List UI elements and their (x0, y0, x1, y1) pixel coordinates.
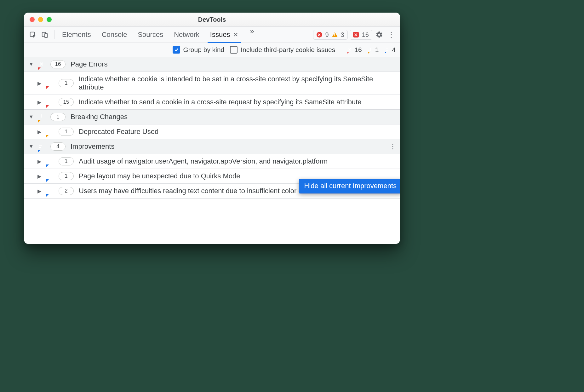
error-bubble-icon: ✕ (37, 60, 45, 68)
third-party-cookies-label: Include third-party cookie issues (241, 46, 335, 54)
group-more-options-icon[interactable]: ⋮ (389, 142, 396, 151)
context-menu-item-label: Hide all current Improvements (304, 182, 397, 190)
error-bubble-icon: ✕ (45, 98, 54, 106)
chevron-right-icon: ▶ (37, 188, 42, 194)
info-bubble-icon (45, 187, 54, 195)
info-bubble-icon (37, 142, 45, 151)
tab-strip: Elements Console Sources Network Issues … (61, 27, 254, 43)
svg-rect-2 (45, 33, 47, 37)
chevron-right-icon: ▶ (37, 80, 42, 86)
tab-sources[interactable]: Sources (136, 27, 164, 43)
issues-error-icon: ✕ (353, 32, 359, 37)
issue-count-badge: 1 (59, 172, 74, 180)
chevron-down-icon: ▼ (28, 144, 34, 149)
issues-list: ▼ ✕ 16 Page Errors ▶ ✕ 1 Indicate whethe… (24, 57, 400, 199)
tab-issues[interactable]: Issues ✕ (209, 27, 240, 43)
group-title: Improvements (71, 142, 114, 151)
tab-elements[interactable]: Elements (61, 27, 92, 43)
issue-row[interactable]: ▶ 1 Audit usage of navigator.userAgent, … (24, 154, 400, 169)
third-party-cookies-checkbox[interactable]: Include third-party cookie issues (230, 46, 335, 54)
titlebar: DevTools (24, 13, 400, 27)
group-header-breaking-changes[interactable]: ▼ ! 1 Breaking Changes (24, 110, 400, 124)
group-by-kind-checkbox[interactable]: Group by kind (173, 46, 225, 54)
issue-count-badge: 1 (59, 79, 74, 87)
warning-count: 3 (341, 31, 344, 38)
more-options-icon[interactable]: ⋮ (386, 30, 396, 40)
group-title: Page Errors (71, 60, 107, 68)
issues-options-bar: Group by kind Include third-party cookie… (24, 43, 400, 57)
zoom-window-button[interactable] (47, 17, 52, 22)
summary-info[interactable]: 4 (384, 46, 396, 54)
group-count-badge: 16 (50, 60, 66, 68)
checkbox-checked-icon (173, 46, 180, 54)
separator (54, 30, 54, 39)
inspect-element-icon[interactable] (28, 30, 38, 40)
tab-console[interactable]: Console (100, 27, 129, 43)
close-window-button[interactable] (30, 17, 35, 22)
chevron-right-icon: ▶ (37, 173, 42, 179)
group-count-badge: 1 (50, 113, 66, 121)
issue-label: Audit usage of navigator.userAgent, navi… (79, 157, 396, 165)
error-icon: ✕ (317, 32, 322, 37)
warning-bubble-icon: ! (45, 128, 54, 136)
tab-network[interactable]: Network (173, 27, 201, 43)
chevron-right-icon: ▶ (37, 159, 42, 164)
chevron-down-icon: ▼ (28, 114, 34, 120)
group-header-improvements[interactable]: ▼ 4 Improvements ⋮ (24, 139, 400, 154)
group-count-badge: 4 (50, 142, 66, 151)
issue-count-badge: 1 (59, 157, 74, 165)
checkbox-unchecked-icon (230, 46, 238, 54)
issue-count-badge: 2 (59, 187, 74, 195)
devtools-window: DevTools Elements Console Sources (24, 13, 400, 244)
context-menu-hide-improvements[interactable]: Hide all current Improvements (299, 179, 400, 193)
summary-warnings[interactable]: ! 1 (368, 46, 379, 54)
issue-count-badge: 15 (59, 98, 74, 106)
info-bubble-icon (384, 47, 390, 53)
chevron-right-icon: ▶ (37, 129, 42, 135)
close-tab-icon[interactable]: ✕ (233, 31, 238, 38)
separator (341, 46, 341, 54)
error-bubble-icon: ✕ (347, 47, 352, 53)
error-bubble-icon: ✕ (45, 79, 54, 87)
issue-row[interactable]: ▶ ✕ 15 Indicate whether to send a cookie… (24, 95, 400, 110)
info-bubble-icon (45, 157, 54, 165)
group-title: Breaking Changes (71, 113, 128, 121)
device-toolbar-icon[interactable] (40, 30, 50, 40)
window-title: DevTools (24, 16, 400, 23)
chevron-right-icon: ▶ (37, 99, 42, 105)
issue-row[interactable]: ▶ ✕ 1 Indicate whether a cookie is inten… (24, 72, 400, 95)
info-bubble-icon (45, 172, 54, 180)
issue-count-badge: 1 (59, 128, 74, 136)
console-status-chip[interactable]: ✕ 9 3 (313, 30, 348, 40)
group-header-page-errors[interactable]: ▼ ✕ 16 Page Errors (24, 57, 400, 72)
more-tabs-icon[interactable]: » (250, 27, 254, 43)
warning-bubble-icon: ! (368, 47, 373, 53)
warning-icon (332, 32, 338, 37)
chevron-down-icon: ▼ (28, 61, 34, 67)
window-controls (30, 17, 52, 22)
issue-label: Indicate whether a cookie is intended to… (79, 75, 396, 91)
group-by-kind-label: Group by kind (183, 46, 225, 54)
issues-error-count: 16 (362, 31, 369, 38)
issue-label: Deprecated Feature Used (79, 128, 396, 136)
warning-bubble-icon: ! (37, 113, 45, 121)
settings-icon[interactable] (374, 30, 384, 40)
error-count: 9 (325, 31, 329, 38)
main-toolbar: Elements Console Sources Network Issues … (24, 27, 400, 43)
issue-row[interactable]: ▶ ! 1 Deprecated Feature Used (24, 124, 400, 139)
issue-label: Indicate whether to send a cookie in a c… (79, 98, 396, 106)
issues-status-chip[interactable]: ✕ 16 (350, 30, 372, 40)
minimize-window-button[interactable] (38, 17, 43, 22)
summary-errors[interactable]: ✕ 16 (347, 46, 362, 54)
